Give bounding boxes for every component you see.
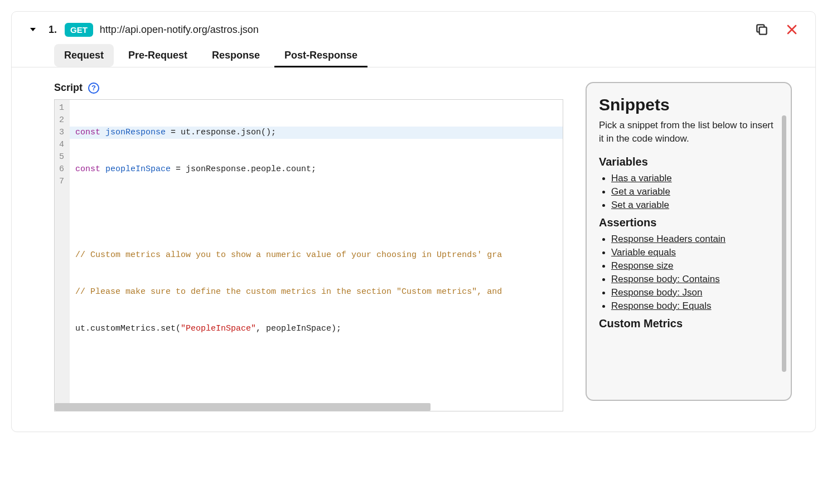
list-item: Get a variable (611, 186, 778, 197)
list-item: Has a variable (611, 173, 778, 184)
line-gutter: 1 2 3 4 5 6 7 (55, 100, 70, 411)
http-method-badge: GET (65, 23, 93, 37)
tabs: Request Pre-Request Response Post-Respon… (12, 44, 815, 67)
snippet-get-variable[interactable]: Get a variable (611, 186, 670, 197)
code-line: // Please make sure to define the custom… (70, 286, 563, 298)
snippet-has-variable[interactable]: Has a variable (611, 173, 672, 183)
step-number: 1. (49, 24, 57, 36)
tab-request[interactable]: Request (54, 44, 114, 67)
snippet-section-assertions: Assertions (599, 216, 778, 229)
horizontal-scrollbar[interactable] (55, 403, 563, 411)
step-header: 1. GET http://api.open-notify.org/astros… (12, 12, 815, 44)
list-item: Set a variable (611, 200, 778, 211)
svg-rect-0 (760, 27, 767, 35)
list-item: Response body: Json (611, 287, 778, 298)
code-line: ut.customMetrics.set("PeopleInSpace", pe… (70, 323, 563, 335)
request-url: http://api.open-notify.org/astros.json (100, 24, 754, 36)
line-number: 1 (59, 102, 64, 114)
snippet-response-body-contains[interactable]: Response body: Contains (611, 274, 720, 284)
list-item: Response body: Equals (611, 301, 778, 312)
line-number: 2 (59, 114, 64, 127)
header-actions (754, 22, 800, 37)
line-number: 3 (59, 127, 64, 139)
list-item: Response Headers contain (611, 234, 778, 245)
snippet-response-body-json[interactable]: Response body: Json (611, 287, 703, 298)
tab-pre-request[interactable]: Pre-Request (118, 44, 197, 67)
code-editor[interactable]: 1 2 3 4 5 6 7 const jsonResponse = ut.re… (54, 99, 563, 411)
snippet-section-custom-metrics: Custom Metrics (599, 317, 778, 330)
snippet-section-variables: Variables (599, 156, 778, 168)
snippet-variable-equals[interactable]: Variable equals (611, 247, 676, 258)
line-number: 6 (59, 163, 64, 176)
snippet-list-variables: Has a variable Get a variable Set a vari… (599, 173, 778, 211)
line-number: 4 (59, 139, 64, 151)
code-line: // Custom metrics allow you to show a nu… (70, 249, 563, 261)
line-number: 7 (59, 176, 64, 188)
collapse-toggle[interactable] (27, 24, 38, 35)
scrollbar-thumb[interactable] (55, 403, 431, 411)
list-item: Response body: Contains (611, 274, 778, 285)
tab-post-response[interactable]: Post-Response (274, 44, 367, 67)
snippets-description: Pick a snippet from the list below to in… (599, 119, 778, 146)
snippets-title: Snippets (599, 95, 778, 114)
code-line: const peopleInSpace = jsonResponse.peopl… (70, 163, 563, 176)
snippets-panel: Snippets Pick a snippet from the list be… (586, 82, 792, 401)
snippet-set-variable[interactable]: Set a variable (611, 200, 669, 210)
snippet-list-assertions: Response Headers contain Variable equals… (599, 234, 778, 312)
snippet-response-headers-contain[interactable]: Response Headers contain (611, 234, 726, 244)
request-step-panel: 1. GET http://api.open-notify.org/astros… (11, 11, 816, 432)
tab-response[interactable]: Response (202, 44, 270, 67)
code-line: const jsonResponse = ut.response.json(); (70, 127, 563, 139)
snippet-response-body-equals[interactable]: Response body: Equals (611, 301, 712, 311)
line-number: 5 (59, 151, 64, 163)
snippets-scrollbar[interactable] (782, 115, 786, 372)
help-icon[interactable]: ? (88, 83, 99, 94)
delete-button[interactable] (784, 22, 800, 37)
duplicate-button[interactable] (754, 22, 770, 37)
code-area[interactable]: const jsonResponse = ut.response.json();… (70, 100, 563, 411)
script-column: Script ? 1 2 3 4 5 6 7 const jsonRespons… (54, 82, 563, 411)
script-label: Script (54, 82, 83, 94)
list-item: Response size (611, 260, 778, 272)
list-item: Variable equals (611, 247, 778, 258)
snippet-response-size[interactable]: Response size (611, 260, 674, 271)
tab-content: Script ? 1 2 3 4 5 6 7 const jsonRespons… (12, 67, 815, 432)
